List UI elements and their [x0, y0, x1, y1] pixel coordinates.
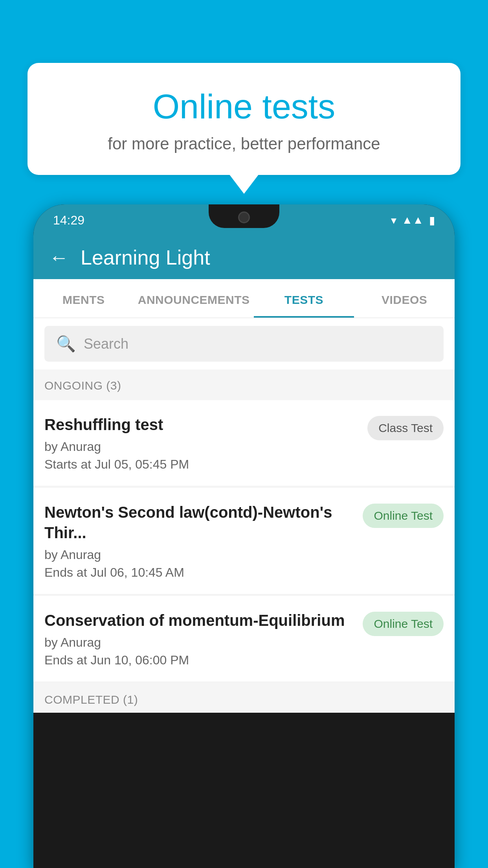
test-by-1: by Anurag — [44, 440, 360, 454]
back-button[interactable]: ← — [49, 246, 69, 269]
wifi-icon: ▾ — [391, 214, 396, 227]
tab-announcements[interactable]: ANNOUNCEMENTS — [134, 279, 254, 318]
test-badge-3: Online Test — [363, 612, 444, 636]
test-info-3: Conservation of momentum-Equilibrium by … — [44, 610, 363, 668]
battery-icon: ▮ — [429, 214, 435, 227]
test-title-2: Newton's Second law(contd)-Newton's Thir… — [44, 502, 355, 543]
search-icon: 🔍 — [56, 335, 76, 353]
test-info-2: Newton's Second law(contd)-Newton's Thir… — [44, 502, 363, 580]
test-badge-2: Online Test — [363, 504, 444, 528]
test-time-1: Starts at Jul 05, 05:45 PM — [44, 457, 360, 472]
content-area: 🔍 Search ONGOING (3) Reshuffling test by… — [33, 318, 455, 713]
status-icons: ▾ ▲▲ ▮ — [391, 214, 435, 227]
bubble-subtitle: for more practice, better performance — [47, 134, 441, 153]
phone: 14:29 ▾ ▲▲ ▮ ← Learning Light MENTS ANNO… — [33, 204, 455, 868]
tab-ments[interactable]: MENTS — [33, 279, 134, 318]
test-time-2: Ends at Jul 06, 10:45 AM — [44, 565, 355, 580]
ongoing-section-header: ONGOING (3) — [33, 370, 455, 399]
tab-tests[interactable]: TESTS — [254, 279, 354, 318]
search-placeholder: Search — [84, 336, 128, 352]
signal-icon: ▲▲ — [402, 214, 424, 226]
speech-bubble: Online tests for more practice, better p… — [28, 63, 460, 175]
search-bar-container: 🔍 Search — [33, 318, 455, 370]
status-bar: 14:29 ▾ ▲▲ ▮ — [33, 204, 455, 236]
test-item-2[interactable]: Newton's Second law(contd)-Newton's Thir… — [33, 488, 455, 594]
test-badge-1: Class Test — [367, 416, 444, 440]
test-item-3[interactable]: Conservation of momentum-Equilibrium by … — [33, 596, 455, 682]
completed-section-header: COMPLETED (1) — [33, 684, 455, 713]
test-title-3: Conservation of momentum-Equilibrium — [44, 610, 355, 631]
test-by-3: by Anurag — [44, 635, 355, 650]
phone-notch — [209, 204, 279, 228]
status-time: 14:29 — [53, 213, 84, 228]
test-by-2: by Anurag — [44, 548, 355, 562]
app-bar: ← Learning Light — [33, 236, 455, 279]
tab-videos[interactable]: VIDEOS — [354, 279, 455, 318]
test-info-1: Reshuffling test by Anurag Starts at Jul… — [44, 414, 367, 472]
app-title: Learning Light — [81, 246, 210, 269]
tabs-bar: MENTS ANNOUNCEMENTS TESTS VIDEOS — [33, 279, 455, 318]
bubble-title: Online tests — [47, 86, 441, 127]
test-time-3: Ends at Jun 10, 06:00 PM — [44, 653, 355, 668]
search-input-wrapper[interactable]: 🔍 Search — [44, 326, 444, 362]
test-item[interactable]: Reshuffling test by Anurag Starts at Jul… — [33, 400, 455, 486]
phone-camera — [238, 211, 250, 223]
test-title-1: Reshuffling test — [44, 414, 360, 435]
